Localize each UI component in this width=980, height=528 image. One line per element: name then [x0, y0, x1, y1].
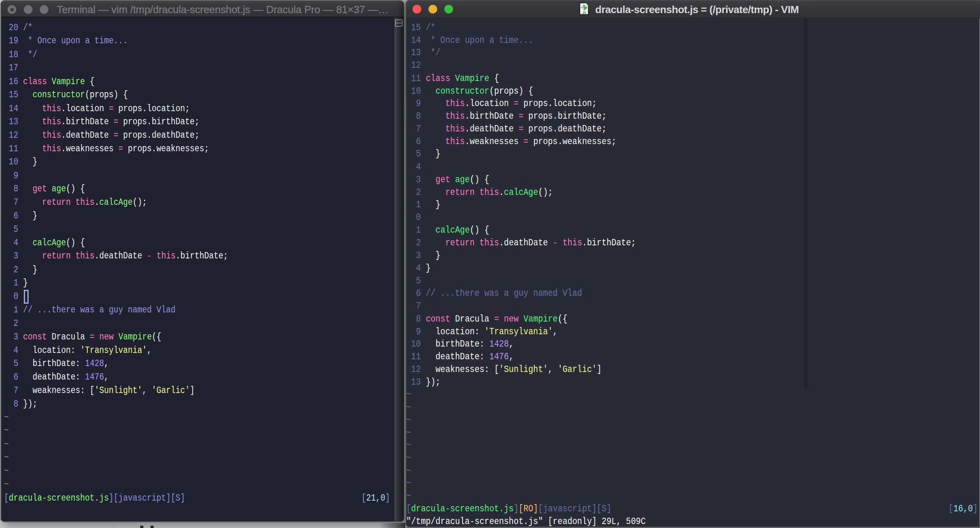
svg-text:JS: JS — [582, 11, 586, 15]
